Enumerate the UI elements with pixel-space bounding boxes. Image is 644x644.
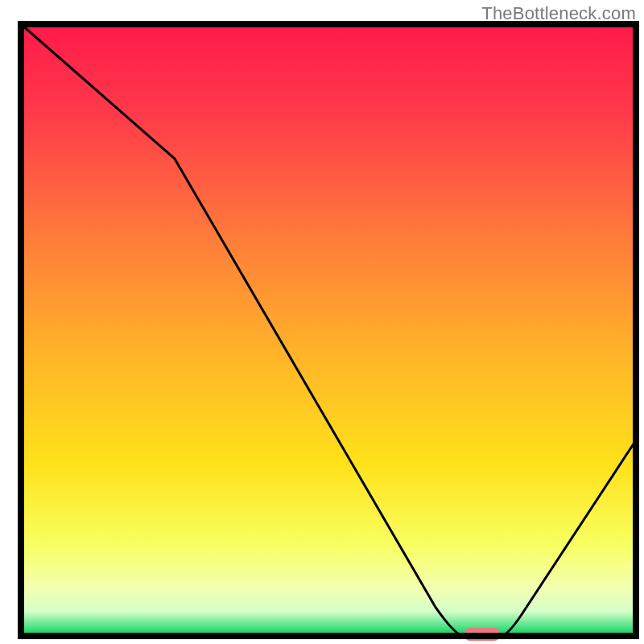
plot-background xyxy=(21,24,636,636)
chart-svg xyxy=(0,0,644,644)
bottleneck-chart: TheBottleneck.com xyxy=(0,0,644,644)
watermark-text: TheBottleneck.com xyxy=(481,3,636,24)
